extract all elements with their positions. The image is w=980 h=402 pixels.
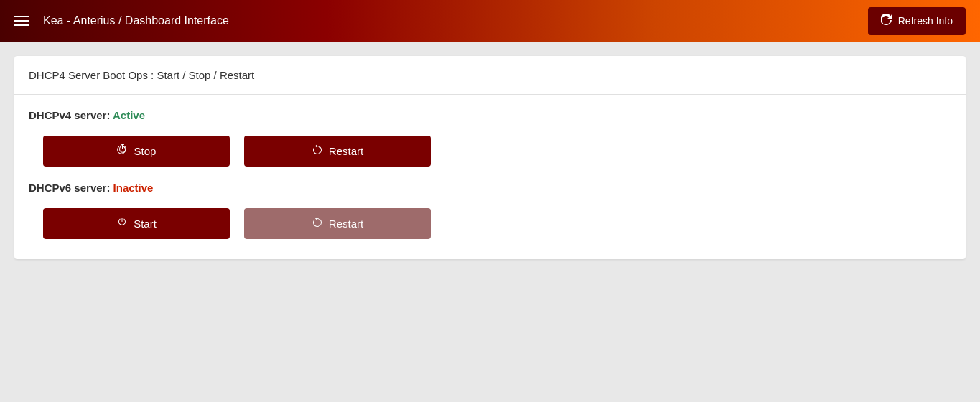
dhcpv4-buttons: Stop Restart [29, 136, 951, 167]
dhcpv6-restart-label: Restart [329, 218, 363, 230]
dhcpv6-section: DHCPv6 server: Inactive Start [14, 174, 966, 259]
app-title: Kea - Anterius / Dashboard Interface [43, 14, 229, 27]
power-icon-v6 [116, 217, 128, 230]
dhcpv4-restart-button[interactable]: Restart [244, 136, 431, 167]
dhcpv4-stop-button[interactable]: Stop [43, 136, 230, 167]
dhcpv4-status: Active [113, 109, 145, 121]
dhcpv6-buttons: Start Restart [29, 208, 951, 239]
dhcpv4-label-text: DHCPv4 server: [29, 109, 110, 121]
card-title: DHCP4 Server Boot Ops : Start / Stop / R… [14, 56, 966, 95]
dhcpv6-restart-button[interactable]: Restart [244, 208, 431, 239]
refresh-info-label: Refresh Info [898, 15, 953, 27]
dhcpv6-server-label: DHCPv6 server: Inactive [29, 182, 951, 194]
app-header: Kea - Anterius / Dashboard Interface Ref… [0, 0, 980, 42]
dhcpv4-stop-label: Stop [134, 145, 157, 157]
dhcpv6-status: Inactive [113, 182, 154, 194]
header-left: Kea - Anterius / Dashboard Interface [14, 14, 229, 27]
dhcpv4-restart-label: Restart [329, 145, 363, 157]
refresh-info-button[interactable]: Refresh Info [868, 7, 966, 35]
dhcpv6-start-label: Start [134, 218, 157, 230]
main-content: DHCP4 Server Boot Ops : Start / Stop / R… [0, 42, 980, 274]
dhcpv6-start-button[interactable]: Start [43, 208, 230, 239]
power-icon [117, 144, 129, 158]
dhcpv4-section: DHCPv4 server: Active Stop [14, 95, 966, 174]
restart-icon-v6 [312, 217, 323, 230]
dhcpv6-label-text: DHCPv6 server: [29, 182, 110, 194]
restart-icon [312, 144, 323, 158]
refresh-icon [881, 14, 892, 28]
dhcpv4-server-label: DHCPv4 server: Active [29, 109, 951, 121]
dhcp-card: DHCP4 Server Boot Ops : Start / Stop / R… [14, 56, 966, 259]
hamburger-menu-icon[interactable] [14, 16, 29, 26]
